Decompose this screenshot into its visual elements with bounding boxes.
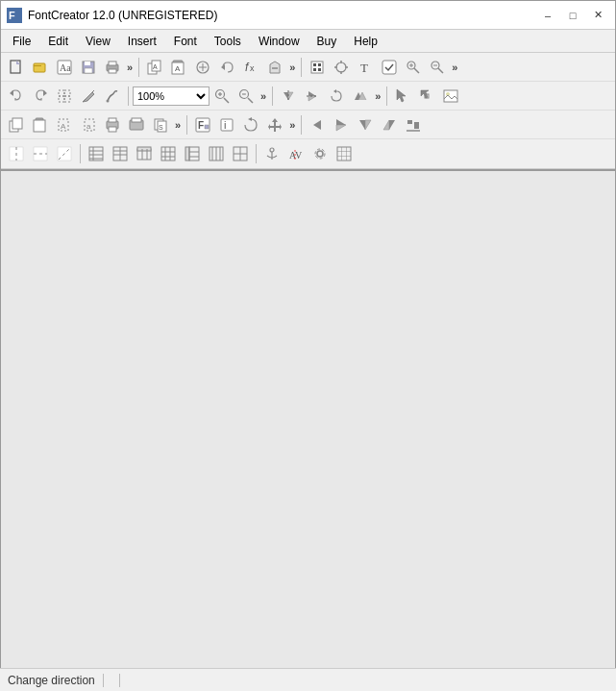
guideline-h-button[interactable] (29, 142, 52, 165)
menu-insert[interactable]: Insert (120, 33, 164, 50)
copy-glyph-button[interactable]: A (143, 56, 166, 79)
menu-window[interactable]: Window (251, 33, 308, 50)
image-button[interactable] (439, 85, 462, 108)
svg-text:F: F (9, 10, 15, 21)
cursor-button[interactable] (391, 85, 414, 108)
select-all-button[interactable] (53, 85, 76, 108)
expand-r3-2[interactable]: » (287, 119, 297, 131)
freehand-button[interactable] (101, 85, 124, 108)
zoom-out-button[interactable] (234, 85, 258, 108)
clear-button[interactable] (263, 56, 286, 79)
expand-r3-1[interactable]: » (173, 119, 183, 131)
maximize-button[interactable]: □ (561, 6, 584, 25)
table-7-button[interactable] (229, 142, 252, 165)
zoom-out-find-button[interactable] (426, 56, 449, 79)
flip-horiz2-button[interactable] (354, 113, 377, 136)
open-button[interactable] (29, 56, 52, 79)
rotate2-button[interactable] (239, 113, 262, 136)
title-bar-left: F FontCreator 12.0 (UNREGISTERED) (7, 8, 217, 23)
table-3-button[interactable] (133, 142, 156, 165)
menu-font[interactable]: Font (166, 33, 205, 50)
svg-point-133 (317, 151, 323, 157)
glyph-copy2-button[interactable] (5, 113, 28, 136)
flip-vertical2-button[interactable] (330, 113, 353, 136)
svg-rect-80 (132, 118, 141, 122)
expand-3[interactable]: » (450, 62, 459, 73)
table-1-button[interactable] (85, 142, 108, 165)
print-button[interactable] (101, 56, 124, 79)
menu-file[interactable]: File (5, 33, 38, 50)
svg-rect-26 (311, 62, 323, 73)
glyph-paste2-button[interactable] (29, 113, 52, 136)
menu-help[interactable]: Help (346, 33, 385, 50)
close-button[interactable]: ✕ (586, 6, 609, 25)
minimize-button[interactable]: – (536, 6, 559, 25)
node-select-button[interactable] (415, 85, 438, 108)
font-preview-button[interactable]: Aa (53, 56, 76, 79)
paste-special-button[interactable]: S (149, 113, 172, 136)
separator-r4-2 (256, 144, 257, 163)
glyph-settings-button[interactable] (308, 142, 332, 165)
generate-button[interactable]: F (191, 113, 214, 136)
align-button[interactable] (402, 113, 425, 136)
draw-pen-button[interactable] (77, 85, 100, 108)
svg-marker-62 (333, 89, 336, 93)
bitmap-button[interactable] (306, 56, 329, 79)
redo-button[interactable] (29, 85, 52, 108)
kerning-tool-button[interactable]: AV (284, 142, 308, 165)
menu-tools[interactable]: Tools (207, 33, 249, 50)
toolbar-area: Aa » A A (1, 53, 615, 169)
title-bar: F FontCreator 12.0 (UNREGISTERED) – □ ✕ (1, 1, 615, 30)
zoom-dropdown[interactable]: 100% 200% 50% 75% 150% (133, 86, 209, 106)
paste-glyph-button[interactable]: A (167, 56, 190, 79)
svg-marker-90 (313, 120, 321, 130)
flip-v-button[interactable] (301, 85, 324, 108)
flip3-button[interactable] (378, 113, 401, 136)
move2-button[interactable] (263, 113, 286, 136)
guideline-diag-button[interactable] (53, 142, 76, 165)
svg-rect-3 (34, 63, 45, 72)
move-anchor-button[interactable] (330, 56, 353, 79)
menu-edit[interactable]: Edit (40, 33, 76, 50)
table-5-button[interactable] (181, 142, 204, 165)
glyph-ref-button[interactable]: A (53, 113, 76, 136)
print2-button[interactable] (101, 113, 124, 136)
svg-rect-37 (382, 61, 396, 74)
toolbar-row-2: 100% 200% 50% 75% 150% » (1, 82, 615, 111)
grid-toggle-button[interactable] (333, 142, 356, 165)
expand-r2-1[interactable]: » (259, 90, 268, 102)
svg-text:F: F (198, 120, 204, 131)
canvas-area[interactable] (1, 169, 615, 691)
table-2-button[interactable] (109, 142, 132, 165)
anchor-tool-button[interactable] (260, 142, 283, 165)
glyph-ref2-button[interactable]: a (77, 113, 100, 136)
expand-2[interactable]: » (287, 62, 297, 73)
separator-2 (301, 58, 302, 77)
expand-1[interactable]: » (125, 62, 135, 73)
formula-button[interactable]: fx (239, 56, 262, 79)
compose-button[interactable] (191, 56, 214, 79)
svg-text:A: A (175, 64, 181, 73)
menu-view[interactable]: View (78, 33, 118, 50)
undo-button[interactable] (5, 85, 28, 108)
guideline-v-button[interactable] (5, 142, 28, 165)
arrow-left-button[interactable] (306, 113, 329, 136)
zoom-find-button[interactable] (402, 56, 425, 79)
save-button[interactable] (77, 56, 100, 79)
window-controls[interactable]: – □ ✕ (536, 6, 609, 25)
flip-h-button[interactable] (277, 85, 300, 108)
zoom-in-button[interactable] (210, 85, 234, 108)
table-6-button[interactable] (205, 142, 228, 165)
checkmark-button[interactable] (378, 56, 401, 79)
undo-compose-button[interactable] (215, 56, 238, 79)
text-tool-button[interactable]: T (354, 56, 377, 79)
table-4-button[interactable] (157, 142, 180, 165)
expand-r2-2[interactable]: » (373, 90, 382, 102)
menu-buy[interactable]: Buy (309, 33, 345, 50)
new-button[interactable] (5, 56, 28, 79)
print3-button[interactable] (125, 113, 148, 136)
rotate-button[interactable] (325, 85, 348, 108)
glyph-info-button[interactable]: i (215, 113, 238, 136)
svg-rect-92 (414, 122, 419, 129)
mirror-button[interactable] (349, 85, 372, 108)
